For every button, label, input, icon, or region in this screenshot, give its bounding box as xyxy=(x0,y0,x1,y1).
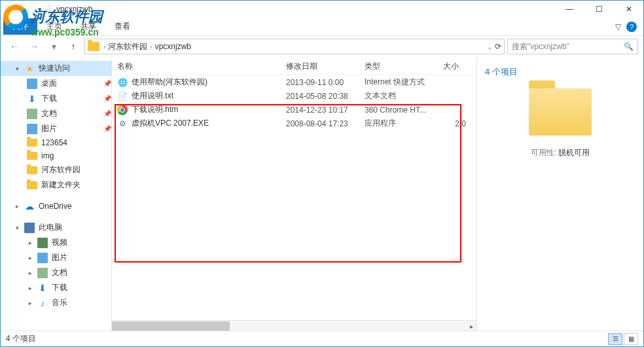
chevron-right-icon[interactable]: ▸ xyxy=(27,300,33,306)
sidebar-item-folder[interactable]: 123654 xyxy=(1,136,111,149)
file-tab[interactable]: 文件 xyxy=(3,18,37,35)
folder-preview-icon xyxy=(529,88,592,136)
nav-back-button[interactable]: ← xyxy=(6,38,23,55)
pin-icon: 📌 xyxy=(103,110,111,117)
chevron-down-icon[interactable]: ▾ xyxy=(14,65,20,72)
star-icon: ★ xyxy=(24,64,35,74)
view-details-button[interactable]: ☰ xyxy=(608,333,622,345)
scrollbar-thumb[interactable] xyxy=(112,321,230,331)
sidebar-item-documents[interactable]: ▸文档 xyxy=(1,265,111,280)
sidebar-item-pictures[interactable]: ▸图片 xyxy=(1,250,111,265)
tab-view[interactable]: 查看 xyxy=(105,18,139,35)
chevron-right-icon[interactable]: ▸ xyxy=(27,255,33,261)
folder-icon xyxy=(27,139,37,147)
download-icon: ⬇ xyxy=(27,94,37,104)
search-input[interactable]: 搜索"vpcxnjzwb" 🔍 xyxy=(507,39,638,54)
preview-pane: 4 个项目 可用性: 脱机可用 xyxy=(476,57,643,331)
address-bar: ← → ▾ ↑ › 河东软件园 › vpcxnjzwb ⌄ ⟳ 搜索"vpcxn… xyxy=(1,36,643,57)
nav-forward-button[interactable]: → xyxy=(26,38,43,55)
qat-newfolder-icon[interactable]: ▫ xyxy=(19,3,32,16)
sidebar-item-music[interactable]: ▸♪音乐 xyxy=(1,295,111,310)
chevron-right-icon[interactable]: ▸ xyxy=(27,285,33,291)
crumb-parent[interactable]: 河东软件园 xyxy=(105,41,150,52)
download-icon: ⬇ xyxy=(37,283,48,293)
ribbon-tabs: 文件 主页 共享 查看 ▽ ? xyxy=(1,18,643,36)
availability-value: 脱机可用 xyxy=(558,148,590,157)
file-row[interactable]: 下载说明.htm 2014-12-23 10:17 360 Chrome HT.… xyxy=(112,103,476,117)
sidebar-label: 快速访问 xyxy=(39,63,70,74)
sidebar-item-documents[interactable]: 文档📌 xyxy=(1,106,111,121)
view-icons-button[interactable]: ▦ xyxy=(624,333,638,345)
sidebar-quick-access[interactable]: ▾ ★ 快速访问 xyxy=(1,61,111,76)
sidebar-item-folder[interactable]: 新建文件夹 xyxy=(1,177,111,192)
folder-icon xyxy=(27,181,37,189)
internet-shortcut-icon: 🌐 xyxy=(117,77,128,88)
column-headers: 名称 修改日期 类型 大小 xyxy=(112,57,476,75)
picture-icon xyxy=(27,124,37,134)
search-placeholder: 搜索"vpcxnjzwb" xyxy=(512,41,569,52)
sidebar-onedrive[interactable]: ▸☁OneDrive xyxy=(1,199,111,213)
status-text: 4 个项目 xyxy=(6,333,36,344)
folder-icon xyxy=(27,166,37,174)
picture-icon xyxy=(37,253,48,263)
qat-properties-icon[interactable]: ▣ xyxy=(5,3,18,16)
refresh-icon[interactable]: ⟳ xyxy=(495,42,501,51)
title-bar: ▣ ▫ ▾ vpcxnjzwb — ☐ ✕ xyxy=(1,1,643,18)
file-list[interactable]: 🌐 使用帮助(河东软件园) 2013-09-11 0:00 Internet 快… xyxy=(112,75,476,320)
scroll-right-button[interactable]: ▸ xyxy=(466,321,476,331)
chevron-right-icon[interactable]: ▸ xyxy=(27,270,33,276)
column-size[interactable]: 大小 xyxy=(443,61,471,72)
document-icon xyxy=(27,109,37,119)
help-icon[interactable]: ? xyxy=(626,22,637,32)
availability-label: 可用性: xyxy=(531,148,556,157)
nav-recent-dropdown[interactable]: ▾ xyxy=(45,38,62,55)
maximize-button[interactable]: ☐ xyxy=(584,1,614,18)
exe-icon: ⚙ xyxy=(117,119,128,129)
sidebar-item-folder[interactable]: img xyxy=(1,149,111,162)
sidebar-item-downloads[interactable]: ⬇下载📌 xyxy=(1,91,111,106)
sidebar-item-downloads[interactable]: ▸⬇下载 xyxy=(1,280,111,295)
music-icon: ♪ xyxy=(37,298,48,308)
close-button[interactable]: ✕ xyxy=(614,1,643,18)
desktop-icon xyxy=(27,79,37,89)
pc-icon xyxy=(24,223,35,233)
sidebar-item-folder[interactable]: 河东软件园 xyxy=(1,162,111,177)
qat-dropdown-icon[interactable]: ▾ xyxy=(33,3,46,16)
column-type[interactable]: 类型 xyxy=(365,61,443,72)
chrome-html-icon xyxy=(117,105,128,115)
file-row[interactable]: 🌐 使用帮助(河东软件园) 2013-09-11 0:00 Internet 快… xyxy=(112,75,476,89)
sidebar-item-videos[interactable]: ▸视频 xyxy=(1,235,111,250)
preview-title: 4 个项目 xyxy=(485,66,635,78)
pin-icon: 📌 xyxy=(103,95,111,102)
horizontal-scrollbar[interactable]: ▸ xyxy=(112,320,476,331)
tab-share[interactable]: 共享 xyxy=(71,18,105,35)
minimize-button[interactable]: — xyxy=(555,1,584,18)
sidebar-item-pictures[interactable]: 图片📌 xyxy=(1,121,111,136)
chevron-down-icon[interactable]: ⌄ xyxy=(487,43,492,50)
file-row[interactable]: ⚙ 虚拟机VPC 2007.EXE 2008-08-04 17:23 应用程序 … xyxy=(112,117,476,130)
document-icon xyxy=(37,268,48,278)
status-bar: 4 个项目 ☰ ▦ xyxy=(1,331,643,346)
tab-home[interactable]: 主页 xyxy=(37,18,71,35)
breadcrumb-bar[interactable]: › 河东软件园 › vpcxnjzwb ⌄ ⟳ xyxy=(84,39,505,54)
file-row[interactable]: 📄 使用说明.txt 2014-05-08 20:38 文本文档 xyxy=(112,89,476,103)
pin-icon: 📌 xyxy=(103,80,111,87)
column-date[interactable]: 修改日期 xyxy=(286,61,365,72)
folder-icon xyxy=(27,152,37,160)
video-icon xyxy=(37,238,48,248)
availability-row: 可用性: 脱机可用 xyxy=(485,147,635,158)
text-file-icon: 📄 xyxy=(117,91,128,101)
qat-separator xyxy=(49,4,50,14)
sidebar-item-desktop[interactable]: 桌面📌 xyxy=(1,76,111,91)
chevron-right-icon[interactable]: ▸ xyxy=(14,203,20,210)
crumb-current[interactable]: vpcxnjzwb xyxy=(152,42,194,51)
nav-up-button[interactable]: ↑ xyxy=(65,38,82,55)
sidebar-this-pc[interactable]: ▾此电脑 xyxy=(1,220,111,235)
ribbon-expand-icon[interactable]: ▽ xyxy=(615,22,621,31)
chevron-right-icon[interactable]: ▸ xyxy=(27,240,33,246)
column-name[interactable]: 名称 xyxy=(117,61,286,72)
chevron-down-icon[interactable]: ▾ xyxy=(14,225,20,231)
file-list-pane: 名称 修改日期 类型 大小 🌐 使用帮助(河东软件园) 2013-09-11 0… xyxy=(112,57,476,331)
search-icon[interactable]: 🔍 xyxy=(624,42,634,51)
pin-icon: 📌 xyxy=(103,125,111,132)
